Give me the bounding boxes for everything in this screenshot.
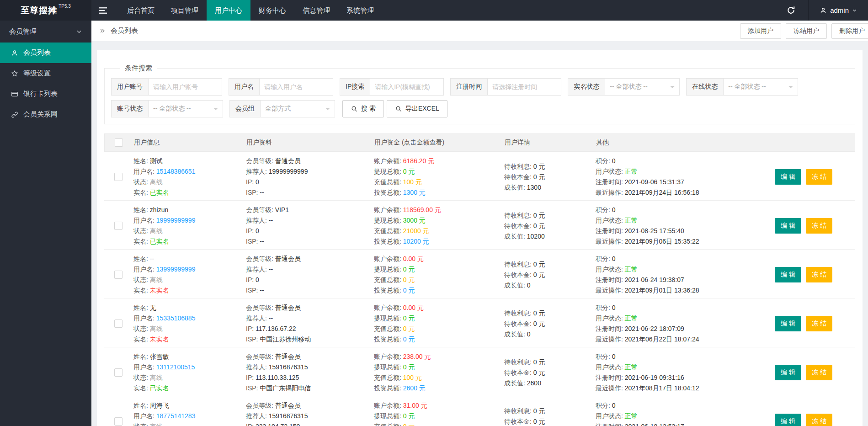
field-withdraw-value[interactable]: 0 元 bbox=[403, 314, 415, 322]
nav-item-finance[interactable]: 财务中心 bbox=[250, 0, 294, 21]
field-level-value: 普通会员 bbox=[275, 157, 301, 165]
field-user-status-value: 正常 bbox=[625, 412, 638, 420]
field-balance-value[interactable]: 31.00 元 bbox=[403, 402, 427, 409]
table-row: 姓名: 周海飞用户名: 18775141283状态: 离线实名: 已实名会员等级… bbox=[104, 396, 855, 426]
search-field-account-status-select[interactable]: -- 全部状态 -- bbox=[148, 100, 223, 117]
field-withdraw-value[interactable]: 0 元 bbox=[403, 266, 415, 273]
field-recharge-value[interactable]: 0 元 bbox=[403, 423, 415, 426]
field-username-value[interactable]: 15148386651 bbox=[156, 168, 196, 175]
field-withdraw-value[interactable]: 0 元 bbox=[403, 363, 415, 371]
field-principal-value: 0 元 bbox=[533, 222, 545, 229]
row-checkbox[interactable] bbox=[114, 368, 122, 377]
field-balance-value[interactable]: 238.00 元 bbox=[403, 353, 431, 360]
freeze-button[interactable]: 冻 结 bbox=[806, 365, 832, 380]
field-withdraw-value[interactable]: 3000 元 bbox=[403, 217, 426, 224]
edit-button[interactable]: 编 辑 bbox=[775, 169, 801, 185]
field-level: 会员等级: VIP1 bbox=[246, 205, 374, 215]
field-invest-value[interactable]: 0 元 bbox=[403, 287, 415, 294]
edit-button[interactable]: 编 辑 bbox=[775, 414, 801, 426]
row-checkbox[interactable] bbox=[114, 222, 122, 230]
row-actions-cell: 编 辑冻 结 bbox=[752, 252, 855, 296]
breadcrumb-icon bbox=[99, 27, 107, 35]
field-recharge: 充值总额: 100 元 bbox=[374, 373, 504, 383]
field-user-status-label: 用户状态: bbox=[596, 363, 625, 371]
user-profile-cell: 会员等级: 普通会员推荐人: --IP: 0ISP: -- bbox=[246, 252, 374, 296]
freeze-button[interactable]: 冻 结 bbox=[806, 316, 832, 331]
search-field-realname-status-select[interactable]: -- 全部状态 -- bbox=[605, 78, 680, 96]
freeze-button[interactable]: 冻 结 bbox=[806, 218, 832, 234]
field-balance-value[interactable]: 6186.20 元 bbox=[403, 157, 435, 165]
field-recharge: 充值总额: 100 元 bbox=[374, 177, 504, 187]
field-invest-value[interactable]: 1300 元 bbox=[403, 189, 426, 196]
field-recharge-value[interactable]: 21000 元 bbox=[403, 227, 429, 234]
search-field-username-input[interactable] bbox=[259, 78, 333, 96]
search-field-online-status-select[interactable]: -- 全部状态 -- bbox=[723, 78, 798, 96]
sidebar-item-bank-card-list[interactable]: 银行卡列表 bbox=[0, 84, 91, 104]
search-field-account-input[interactable] bbox=[148, 78, 222, 96]
field-user-status: 用户状态: 正常 bbox=[596, 362, 752, 373]
freeze-user-button[interactable]: 冻结用户 bbox=[786, 23, 827, 39]
field-balance-value[interactable]: 0.00 元 bbox=[403, 304, 424, 311]
delete-user-button[interactable]: 删除用户 bbox=[831, 23, 868, 39]
select-all-checkbox[interactable] bbox=[115, 138, 123, 147]
search-field-reg-time-input[interactable] bbox=[487, 78, 561, 96]
field-invest-value[interactable]: 0 元 bbox=[403, 335, 415, 343]
export-excel-button[interactable]: 导出EXCEL bbox=[387, 100, 447, 117]
search-panel-legend: 条件搜索 bbox=[120, 64, 157, 73]
row-checkbox[interactable] bbox=[114, 320, 122, 328]
search-field-ip-input[interactable] bbox=[370, 78, 444, 96]
field-withdraw-value[interactable]: 0 元 bbox=[403, 168, 415, 175]
refresh-icon[interactable] bbox=[774, 0, 808, 21]
user-funds-cell: 账户余额: 238.00 元提现总额: 0 元充值总额: 100 元投资总额: … bbox=[374, 350, 504, 394]
field-username-value[interactable]: 13112100515 bbox=[156, 363, 195, 371]
edit-button[interactable]: 编 辑 bbox=[775, 316, 801, 331]
field-balance-value[interactable]: 0.00 元 bbox=[403, 255, 424, 262]
user-menu[interactable]: admin bbox=[809, 0, 868, 21]
field-recharge-value[interactable]: 100 元 bbox=[403, 374, 422, 381]
row-checkbox[interactable] bbox=[114, 417, 122, 426]
freeze-button[interactable]: 冻 结 bbox=[806, 169, 832, 185]
field-username-value[interactable]: 19999999999 bbox=[156, 217, 196, 224]
menu-toggle-icon[interactable] bbox=[91, 0, 114, 21]
sidebar-item-level-settings[interactable]: 等级设置 bbox=[0, 63, 91, 84]
field-invest-value[interactable]: 10200 元 bbox=[403, 238, 429, 245]
freeze-button[interactable]: 冻 结 bbox=[806, 414, 832, 426]
search-button[interactable]: 搜 索 bbox=[342, 100, 384, 117]
row-checkbox[interactable] bbox=[114, 173, 122, 181]
search-field-member-group-select[interactable]: 全部方式 bbox=[260, 100, 335, 117]
sidebar-group-member-management[interactable]: 会员管理 bbox=[0, 21, 91, 43]
nav-item-user-center[interactable]: 用户中心 bbox=[207, 0, 250, 21]
sidebar: 会员管理 会员列表等级设置银行卡列表会员关系网 bbox=[0, 21, 91, 426]
field-isp: ISP: -- bbox=[246, 187, 374, 198]
table-row: 姓名: zhizun用户名: 19999999999状态: 离线实名: 已实名会… bbox=[104, 201, 855, 250]
table-header-funds: 用户资金 (点击金额查看) bbox=[374, 138, 505, 147]
field-ip-label: IP: bbox=[246, 423, 256, 426]
sidebar-item-member-network[interactable]: 会员关系网 bbox=[0, 104, 91, 125]
field-recharge-value[interactable]: 0 元 bbox=[403, 325, 415, 332]
field-last-op: 最近操作: 2021年08月17日 18:04:12 bbox=[596, 383, 752, 394]
nav-item-project[interactable]: 项目管理 bbox=[163, 0, 207, 21]
row-checkbox[interactable] bbox=[114, 271, 122, 279]
field-invest-value[interactable]: 2600 元 bbox=[403, 384, 426, 392]
field-last-op-value: 2021年09月24日 16:56:18 bbox=[625, 189, 699, 196]
nav-item-info[interactable]: 信息管理 bbox=[294, 0, 338, 21]
field-recharge-value[interactable]: 0 元 bbox=[403, 276, 415, 283]
field-balance-value[interactable]: 118569.00 元 bbox=[403, 206, 441, 213]
field-balance-label: 账户余额: bbox=[374, 402, 403, 409]
field-username-value[interactable]: 18775141283 bbox=[156, 412, 196, 420]
field-withdraw-value[interactable]: 0 元 bbox=[403, 412, 415, 420]
nav-item-system[interactable]: 系统管理 bbox=[338, 0, 382, 21]
field-growth: 成长值: 10200 bbox=[504, 231, 596, 242]
field-username-value[interactable]: 15335106885 bbox=[156, 314, 196, 322]
edit-button[interactable]: 编 辑 bbox=[775, 218, 801, 234]
nav-item-home[interactable]: 后台首页 bbox=[119, 0, 163, 21]
field-ip: IP: 223.104.72.150 bbox=[246, 421, 374, 426]
edit-button[interactable]: 编 辑 bbox=[775, 365, 801, 380]
edit-button[interactable]: 编 辑 bbox=[775, 267, 801, 282]
field-username: 用户名: 15335106885 bbox=[133, 313, 246, 324]
add-user-button[interactable]: 添加用户 bbox=[740, 23, 781, 39]
field-recharge-value[interactable]: 100 元 bbox=[403, 178, 422, 186]
sidebar-item-member-list[interactable]: 会员列表 bbox=[0, 43, 91, 63]
field-username-value[interactable]: 13999999999 bbox=[156, 266, 196, 273]
freeze-button[interactable]: 冻 结 bbox=[806, 267, 832, 282]
